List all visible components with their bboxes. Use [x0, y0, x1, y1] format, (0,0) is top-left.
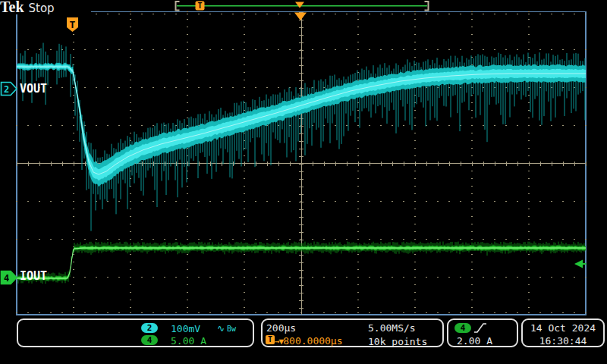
top-readout: TekStop: [0, 0, 91, 14]
rising-edge-icon: [473, 322, 487, 334]
delay-arrows-icon: →▼: [275, 337, 283, 347]
channel-readout-box[interactable]: 2 100mV ∿Bw 4 5.00 A: [17, 318, 254, 347]
horizontal-readout-box[interactable]: 200µs 5.00MS/s T→▼800.0000µs 10k points: [261, 318, 444, 347]
sample-rate-readout: 5.00MS/s: [368, 322, 416, 334]
trigger-marker-label: T: [70, 19, 76, 30]
trigger-readout-box[interactable]: 4 2.00 A: [447, 318, 518, 347]
ch4-marker-label: 4: [4, 273, 9, 284]
ch2-marker-label: 2: [4, 84, 9, 95]
trigger-level-marker[interactable]: [574, 260, 587, 268]
record-trigger-badge-label: T: [197, 2, 202, 10]
ch2-readout-badge[interactable]: 2: [141, 323, 158, 333]
tek-logo: Tek: [0, 0, 24, 15]
coupling-wave-icon: ∿: [217, 323, 225, 334]
expansion-point-marker-icon[interactable]: [294, 13, 307, 21]
horizontal-scale-readout: 200µs: [266, 322, 296, 334]
delay-trigger-badge: T: [266, 335, 275, 344]
ch2-indicator-icons: ∿Bw: [217, 323, 236, 334]
date-readout: 14 Oct 2024: [523, 322, 603, 334]
trigger-source-label: 4: [461, 323, 466, 333]
oscilloscope-screen: T T 2 4 TekStop VOUT IOUT: [0, 0, 607, 364]
ch4-waveform-label: IOUT: [20, 270, 47, 283]
ch2-waveform-label: VOUT: [20, 83, 47, 96]
record-window-marker-icon[interactable]: [295, 2, 304, 8]
datetime-box: 14 Oct 2024 16:30:44: [521, 318, 605, 347]
record-view-bar[interactable]: T: [176, 2, 429, 11]
record-length-readout: 10k points: [368, 336, 427, 347]
acquisition-status: Stop: [29, 2, 55, 15]
scope-display: T T 2 4: [0, 0, 607, 364]
trigger-source-badge[interactable]: 4: [454, 323, 471, 333]
delay-value: 800.0000µs: [283, 335, 342, 347]
trigger-delay-readout[interactable]: T→▼800.0000µs: [266, 335, 343, 347]
bandwidth-limit-icon: Bw: [227, 325, 236, 333]
ch2-position-marker[interactable]: 2: [2, 83, 17, 96]
ch2-badge-label: 2: [147, 323, 153, 333]
ch4-position-marker[interactable]: 4: [2, 271, 17, 284]
ch4-scale-readout: 5.00 A: [171, 335, 206, 347]
trigger-position-marker[interactable]: T: [67, 17, 78, 32]
ch4-badge-label: 4: [147, 335, 153, 345]
record-trigger-position-badge[interactable]: T: [196, 2, 205, 11]
trigger-level-readout: 2.00 A: [457, 335, 492, 347]
ch2-scale-readout: 100mV: [171, 323, 200, 334]
ch4-readout-badge[interactable]: 4: [141, 335, 158, 345]
time-readout: 16:30:44: [523, 335, 603, 347]
